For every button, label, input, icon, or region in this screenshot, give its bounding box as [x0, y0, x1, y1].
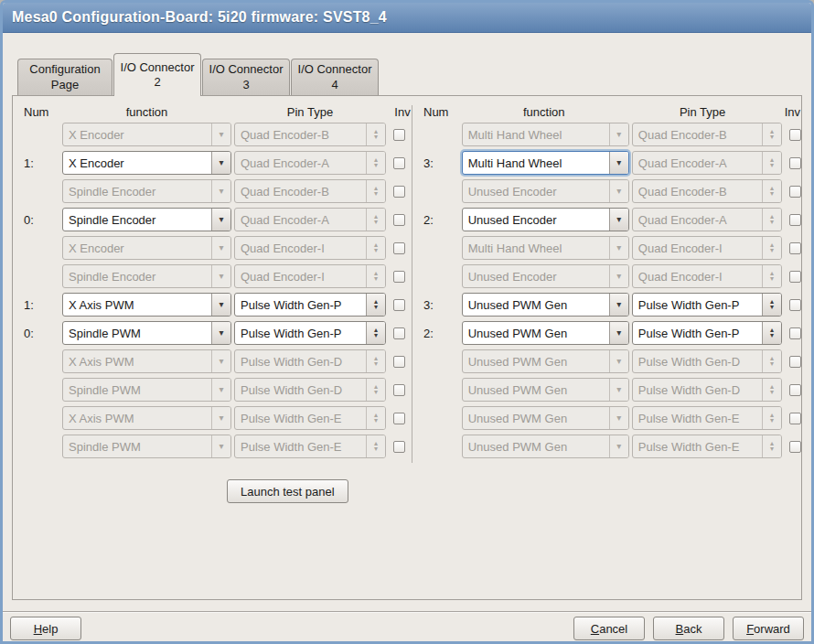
- function-select[interactable]: Unused PWM Gen ▾: [462, 293, 629, 317]
- up-down-arrows-icon: ▴▾: [366, 123, 385, 145]
- invert-checkbox[interactable]: [393, 157, 405, 169]
- pin-type-select[interactable]: Pulse Width Gen-P ▴▾: [632, 293, 782, 317]
- chevron-down-icon: ▾: [211, 407, 230, 429]
- chevron-down-icon: ▾: [609, 294, 628, 316]
- invert-checkbox[interactable]: [789, 356, 801, 368]
- pin-type-select: Pulse Width Gen-E ▴▾: [632, 435, 782, 458]
- invert-checkbox[interactable]: [393, 271, 405, 283]
- titlebar[interactable]: Mesa0 Configuration-Board: 5i20 firmware…: [3, 3, 811, 33]
- chevron-down-icon: ▾: [211, 294, 230, 316]
- pin-type-value: Pulse Width Gen-D: [235, 350, 366, 372]
- function-select: X Axis PWM ▾: [62, 406, 231, 430]
- tab-label: Configuration Page: [22, 62, 108, 92]
- function-value: Multi Hand Wheel: [463, 237, 609, 259]
- invert-checkbox[interactable]: [789, 271, 801, 283]
- invert-checkbox[interactable]: [789, 441, 801, 453]
- pin-type-select: Pulse Width Gen-D ▴▾: [632, 378, 782, 402]
- pin-type-select[interactable]: Pulse Width Gen-P ▴▾: [234, 293, 386, 317]
- chevron-down-icon: ▾: [211, 237, 230, 259]
- pin-number-label: 3:: [423, 298, 447, 312]
- function-select: Spindle PWM ▾: [62, 435, 231, 458]
- invert-checkbox[interactable]: [789, 129, 801, 141]
- up-down-arrows-icon: ▴▾: [762, 180, 781, 202]
- invert-checkbox[interactable]: [789, 157, 801, 169]
- io-connector-panel: Num function Pin Type Inv X Encoder ▾ Qu…: [12, 95, 802, 600]
- invert-checkbox[interactable]: [393, 441, 405, 453]
- forward-button[interactable]: Forward: [733, 617, 804, 640]
- back-label: Back: [676, 622, 702, 636]
- pin-row: X Encoder ▾ Quad Encoder-I ▴▾: [13, 236, 412, 260]
- up-down-arrows-icon: ▴▾: [762, 435, 781, 457]
- function-value: X Axis PWM: [63, 350, 211, 372]
- pin-type-value: Quad Encoder-I: [235, 265, 366, 287]
- invert-checkbox[interactable]: [789, 186, 801, 198]
- invert-checkbox[interactable]: [789, 327, 801, 339]
- pin-type-value: Quad Encoder-A: [633, 209, 762, 231]
- invert-checkbox[interactable]: [789, 413, 801, 424]
- pin-type-value: Quad Encoder-A: [235, 152, 366, 174]
- function-select[interactable]: Unused Encoder ▾: [462, 208, 629, 231]
- invert-checkbox[interactable]: [393, 242, 405, 254]
- pin-type-select[interactable]: Pulse Width Gen-P ▴▾: [632, 321, 782, 345]
- pin-type-value: Pulse Width Gen-D: [633, 350, 762, 372]
- function-select[interactable]: Spindle Encoder ▾: [62, 208, 231, 231]
- pin-type-select: Quad Encoder-I ▴▾: [234, 264, 386, 288]
- invert-checkbox[interactable]: [393, 384, 405, 396]
- pin-type-value: Pulse Width Gen-P: [235, 294, 366, 316]
- function-select: Unused Encoder ▾: [462, 264, 629, 288]
- function-value: Spindle Encoder: [63, 265, 211, 287]
- tab[interactable]: I/O Connector 4: [291, 59, 379, 95]
- tab-bar: Configuration Page I/O Connector 2 I/O C…: [3, 52, 811, 95]
- help-button[interactable]: Help: [10, 617, 81, 640]
- pin-row: Unused PWM Gen ▾ Pulse Width Gen-E ▴▾: [412, 406, 801, 430]
- function-select[interactable]: X Axis PWM ▾: [62, 293, 231, 317]
- invert-checkbox[interactable]: [393, 413, 405, 424]
- tab[interactable]: I/O Connector 2: [113, 53, 201, 96]
- up-down-arrows-icon: ▴▾: [366, 379, 385, 401]
- function-select[interactable]: Unused PWM Gen ▾: [462, 321, 629, 345]
- up-down-arrows-icon: ▴▾: [762, 237, 781, 259]
- chevron-down-icon: ▾: [609, 322, 628, 344]
- launch-test-panel-button[interactable]: Launch test panel: [227, 479, 348, 503]
- pin-type-select: Pulse Width Gen-D ▴▾: [234, 349, 386, 373]
- function-select: Unused Encoder ▾: [462, 179, 629, 203]
- pin-type-value: Pulse Width Gen-E: [235, 435, 366, 457]
- function-select[interactable]: Spindle PWM ▾: [62, 321, 231, 345]
- up-down-arrows-icon: ▴▾: [762, 265, 781, 287]
- invert-checkbox[interactable]: [789, 242, 801, 254]
- pin-row: 2: Unused PWM Gen ▾ Pulse Width Gen-P ▴▾: [412, 321, 801, 345]
- pin-type-value: Quad Encoder-A: [235, 209, 366, 231]
- invert-checkbox[interactable]: [789, 299, 801, 311]
- invert-checkbox[interactable]: [393, 299, 405, 311]
- function-header: function: [462, 105, 627, 119]
- tab[interactable]: Configuration Page: [17, 59, 112, 95]
- pin-row: Spindle Encoder ▾ Quad Encoder-B ▴▾: [13, 179, 412, 203]
- pin-type-select: Pulse Width Gen-E ▴▾: [234, 435, 386, 458]
- invert-checkbox[interactable]: [789, 384, 801, 396]
- num-header: Num: [423, 105, 447, 119]
- chevron-down-icon: ▾: [211, 152, 230, 174]
- back-button[interactable]: Back: [653, 617, 724, 640]
- invert-checkbox[interactable]: [393, 214, 405, 226]
- pin-type-select[interactable]: Pulse Width Gen-P ▴▾: [234, 321, 386, 345]
- pin-type-header: Pin Type: [234, 105, 386, 119]
- invert-checkbox[interactable]: [393, 129, 405, 141]
- function-select[interactable]: Multi Hand Wheel ▾: [462, 151, 629, 175]
- function-select[interactable]: X Encoder ▾: [62, 151, 231, 175]
- tab[interactable]: I/O Connector 3: [202, 59, 290, 95]
- chevron-down-icon: ▾: [211, 209, 230, 231]
- invert-checkbox[interactable]: [393, 327, 405, 339]
- invert-checkbox[interactable]: [393, 356, 405, 368]
- up-down-arrows-icon: ▴▾: [762, 123, 781, 145]
- right-pin-column: Num function Pin Type Inv Multi Hand Whe…: [412, 103, 801, 463]
- function-value: Unused Encoder: [463, 265, 609, 287]
- invert-checkbox[interactable]: [789, 214, 801, 226]
- mesa-configuration-window: Mesa0 Configuration-Board: 5i20 firmware…: [0, 0, 814, 644]
- function-select: Spindle PWM ▾: [62, 378, 231, 402]
- invert-checkbox[interactable]: [393, 186, 405, 198]
- tab-label: I/O Connector 2: [118, 60, 197, 91]
- pin-type-value: Pulse Width Gen-P: [633, 322, 762, 344]
- cancel-button[interactable]: Cancel: [573, 617, 645, 640]
- pin-row: 2: Unused Encoder ▾ Quad Encoder-A ▴▾: [412, 208, 801, 231]
- pin-type-select: Quad Encoder-I ▴▾: [632, 264, 782, 288]
